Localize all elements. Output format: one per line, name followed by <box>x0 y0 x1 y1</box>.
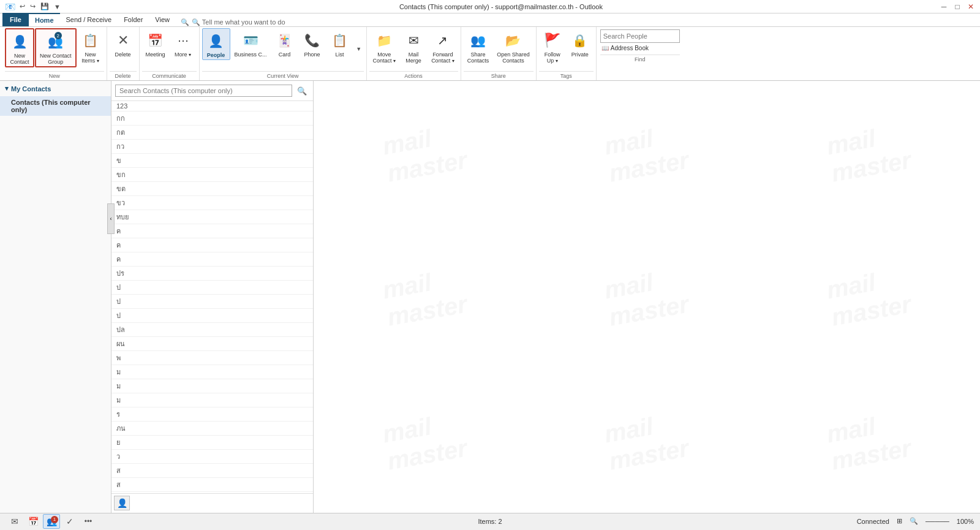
private-button[interactable]: 🔒 Private <box>567 28 594 59</box>
watermark-logo: mailmaster <box>380 119 469 187</box>
open-shared-button[interactable]: 📂 Open Shared Contacts <box>493 28 533 65</box>
list-item[interactable]: ปล <box>111 323 313 337</box>
list-item[interactable]: ผน <box>111 337 313 351</box>
mail-merge-button[interactable]: ✉ Mail Merge <box>400 28 427 65</box>
contacts-nav-button[interactable]: 👥 1 <box>43 514 60 529</box>
zoom-slider[interactable]: ───── <box>925 518 949 525</box>
list-item[interactable]: ป <box>111 309 313 323</box>
redo-button[interactable]: ↪ <box>28 1 37 12</box>
list-item[interactable]: พ <box>111 351 313 365</box>
list-item[interactable]: ส <box>111 478 313 492</box>
delete-button[interactable]: ✕ Delete <box>110 28 137 59</box>
new-items-button[interactable]: 📋 NewItems ▾ <box>77 28 104 65</box>
list-item[interactable]: กต <box>111 126 313 140</box>
list-item[interactable]: ทบย <box>111 210 313 224</box>
view-list-button[interactable]: 📋 List <box>326 28 353 59</box>
list-item[interactable]: ข <box>111 154 313 168</box>
ribbon-group-view-label: Current View <box>202 71 364 80</box>
ribbon-group-find-label: Find <box>600 55 680 64</box>
maximize-button[interactable]: □ <box>953 2 962 11</box>
list-item[interactable]: ขก <box>111 168 313 182</box>
more-label: More ▾ <box>175 51 191 58</box>
sidebar-my-contacts-header[interactable]: ▾ My Contacts <box>0 81 111 96</box>
new-contact-button[interactable]: 👤 New Contact <box>5 28 34 67</box>
list-item[interactable]: ป <box>111 281 313 295</box>
meeting-label: Meeting <box>146 51 165 58</box>
ribbon-group-actions: 📁 Move Contact ▾ ✉ Mail Merge ↗ Forward … <box>367 27 461 80</box>
watermark-logo: mailmaster <box>603 407 692 475</box>
list-item[interactable]: ย <box>111 436 313 450</box>
view-bizcard-button[interactable]: 🪪 Business C... <box>231 28 271 59</box>
move-contact-button[interactable]: 📁 Move Contact ▾ <box>369 28 400 65</box>
watermark-logo: mailmaster <box>603 119 692 187</box>
search-people-input[interactable] <box>600 29 680 43</box>
private-icon: 🔒 <box>570 31 590 50</box>
list-item[interactable]: ส <box>111 464 313 478</box>
tell-me-bar[interactable]: 🔍 🔍 Tell me what you want to do <box>176 18 980 26</box>
share-contacts-label: Share Contacts <box>467 51 489 64</box>
sidebar-item-contacts-computer[interactable]: Contacts (This computer only) <box>0 96 111 116</box>
list-item[interactable]: ขว <box>111 196 313 210</box>
list-item[interactable]: ค <box>111 224 313 238</box>
view-phone-button[interactable]: 📞 Phone <box>299 28 326 59</box>
list-item[interactable]: ม <box>111 379 313 393</box>
share-contacts-button[interactable]: 👥 Share Contacts <box>464 28 493 65</box>
view-list-icon: 📋 <box>330 31 350 50</box>
mail-nav-button[interactable]: ✉ <box>6 514 23 529</box>
search-contacts-input[interactable] <box>115 85 292 97</box>
view-expand-button[interactable]: ▼ <box>354 28 364 70</box>
zoom-icon: 🔍 <box>910 517 918 525</box>
list-item[interactable]: ปร <box>111 267 313 281</box>
new-contact-group-button[interactable]: 👥 2 New Contact Group <box>35 28 77 67</box>
forward-contact-button[interactable]: ↗ Forward Contact ▾ <box>428 28 458 65</box>
sidebar: ▾ My Contacts Contacts (This computer on… <box>0 81 111 513</box>
tasks-nav-button[interactable]: ✓ <box>61 514 78 529</box>
list-item[interactable]: ค <box>111 252 313 267</box>
watermark-logo: mailmaster <box>380 263 469 331</box>
follow-up-button[interactable]: 🚩 Follow Up ▾ <box>539 28 566 65</box>
close-button[interactable]: ✕ <box>967 2 975 11</box>
save-button[interactable]: 💾 <box>39 1 51 12</box>
ribbon-group-share-label: Share <box>464 71 533 80</box>
sidebar-collapse-button[interactable]: ‹ <box>107 203 115 234</box>
tab-send-receive[interactable]: Send / Receive <box>60 13 118 26</box>
more-button[interactable]: ⋯ More ▾ <box>170 28 197 59</box>
list-item[interactable]: ภน <box>111 422 313 436</box>
list-item[interactable]: ว <box>111 450 313 464</box>
new-items-label: NewItems ▾ <box>81 51 99 64</box>
minimize-button[interactable]: ─ <box>940 2 948 11</box>
view-people-button[interactable]: 👤 People <box>202 28 230 60</box>
list-item[interactable]: ม <box>111 365 313 379</box>
forward-contact-icon: ↗ <box>433 31 453 50</box>
list-item[interactable]: กก <box>111 112 313 126</box>
watermark-grid: mailmaster mailmaster mailmaster mailmas… <box>314 81 980 513</box>
search-contacts-button[interactable]: 🔍 <box>295 83 309 98</box>
watermark-logo: mailmaster <box>380 407 469 475</box>
meeting-button[interactable]: 📅 Meeting <box>142 28 169 59</box>
contact-card-button[interactable]: 👤 <box>114 496 130 510</box>
tab-file[interactable]: File <box>2 13 29 26</box>
list-item[interactable]: กว <box>111 140 313 154</box>
window-title: Contacts (This computer only) - support@… <box>62 3 940 10</box>
tab-view[interactable]: View <box>149 13 176 26</box>
list-item[interactable]: ม <box>111 393 313 407</box>
list-item[interactable]: ขต <box>111 182 313 196</box>
list-item[interactable]: ป <box>111 295 313 309</box>
ribbon-group-current-view: 👤 People 🪪 Business C... 🃏 Card 📞 Phone … <box>200 27 367 80</box>
address-book-label: Address Book <box>611 45 649 51</box>
qa-dropdown-button[interactable]: ▼ <box>52 2 62 12</box>
move-contact-label: Move Contact ▾ <box>373 51 396 64</box>
more-nav-button[interactable]: ••• <box>80 514 97 529</box>
watermark-cell: mailmaster <box>758 81 980 225</box>
address-book-button[interactable]: 📖 Address Book <box>600 44 680 52</box>
view-card-button[interactable]: 🃏 Card <box>271 28 298 59</box>
tab-home[interactable]: Home <box>29 13 60 26</box>
list-item[interactable]: 123 <box>111 101 313 112</box>
tell-me-label: 🔍 Tell me what you want to do <box>192 18 285 26</box>
calendar-nav-button[interactable]: 📅 <box>24 514 42 529</box>
list-item[interactable]: ค <box>111 238 313 252</box>
ribbon-group-current-view-content: 👤 People 🪪 Business C... 🃏 Card 📞 Phone … <box>202 28 364 70</box>
tab-folder[interactable]: Folder <box>118 13 149 26</box>
undo-button[interactable]: ↩ <box>18 1 27 12</box>
list-item[interactable]: ร <box>111 407 313 422</box>
